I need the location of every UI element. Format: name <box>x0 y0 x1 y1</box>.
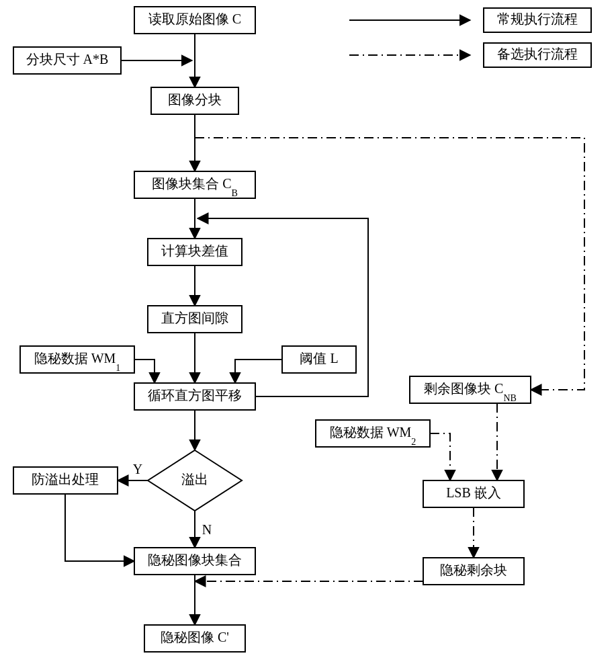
edge-wm2-lsb <box>430 433 450 480</box>
svg-text:隐秘图像块集合: 隐秘图像块集合 <box>148 552 242 567</box>
svg-text:隐秘剩余块: 隐秘剩余块 <box>440 562 507 577</box>
node-split: 图像分块 <box>151 87 238 114</box>
node-loop-shift: 循环直方图平移 <box>134 383 255 410</box>
svg-text:循环直方图平移: 循环直方图平移 <box>148 388 242 403</box>
node-secret-rest: 隐秘剩余块 <box>423 558 524 585</box>
svg-text:阈值 L: 阈值 L <box>300 351 338 366</box>
label-yes: Y <box>133 462 142 476</box>
svg-text:图像分块: 图像分块 <box>168 92 222 107</box>
svg-text:读取原始图像 C: 读取原始图像 C <box>148 11 241 26</box>
edge-wm1-loop <box>134 360 155 383</box>
node-cb: 图像块集合 CB <box>134 171 255 198</box>
node-anti-overflow: 防溢出处理 <box>13 467 118 494</box>
node-wm2: 隐秘数据 WM2 <box>316 420 430 447</box>
legend-dashed-label: 备选执行流程 <box>497 46 578 61</box>
node-lsb: LSB 嵌入 <box>423 480 524 507</box>
svg-text:计算块差值: 计算块差值 <box>161 243 228 258</box>
legend: 常规执行流程 备选执行流程 <box>349 8 591 67</box>
legend-solid-label: 常规执行流程 <box>497 11 578 26</box>
node-calc-diff: 计算块差值 <box>148 239 242 265</box>
svg-text:防溢出处理: 防溢出处理 <box>32 472 99 487</box>
node-cnb: 剩余图像块 CNB <box>410 376 531 403</box>
node-wm1: 隐秘数据 WM1 <box>20 346 134 373</box>
node-block-size: 分块尺寸 A*B <box>13 47 121 74</box>
node-read-c: 读取原始图像 C <box>134 7 255 34</box>
node-hist-gap: 直方图间隙 <box>148 306 242 333</box>
svg-text:LSB 嵌入: LSB 嵌入 <box>446 485 501 500</box>
node-overflow: 溢出 <box>148 450 242 511</box>
node-secret-image: 隐秘图像 C' <box>144 625 245 652</box>
flowchart: 常规执行流程 备选执行流程 读取原始图像 C 分块尺寸 A*B 图像分块 图像块… <box>0 0 616 672</box>
label-no: N <box>202 522 212 537</box>
svg-text:溢出: 溢出 <box>181 472 208 487</box>
svg-text:直方图间隙: 直方图间隙 <box>161 310 228 325</box>
node-secret-blocks: 隐秘图像块集合 <box>134 548 255 575</box>
svg-text:分块尺寸 A*B: 分块尺寸 A*B <box>26 52 109 67</box>
edge-antiov-secret <box>65 494 134 561</box>
node-thresh-l: 阈值 L <box>282 346 356 373</box>
edge-threshl-loop <box>235 360 282 383</box>
svg-text:隐秘图像 C': 隐秘图像 C' <box>161 630 229 644</box>
